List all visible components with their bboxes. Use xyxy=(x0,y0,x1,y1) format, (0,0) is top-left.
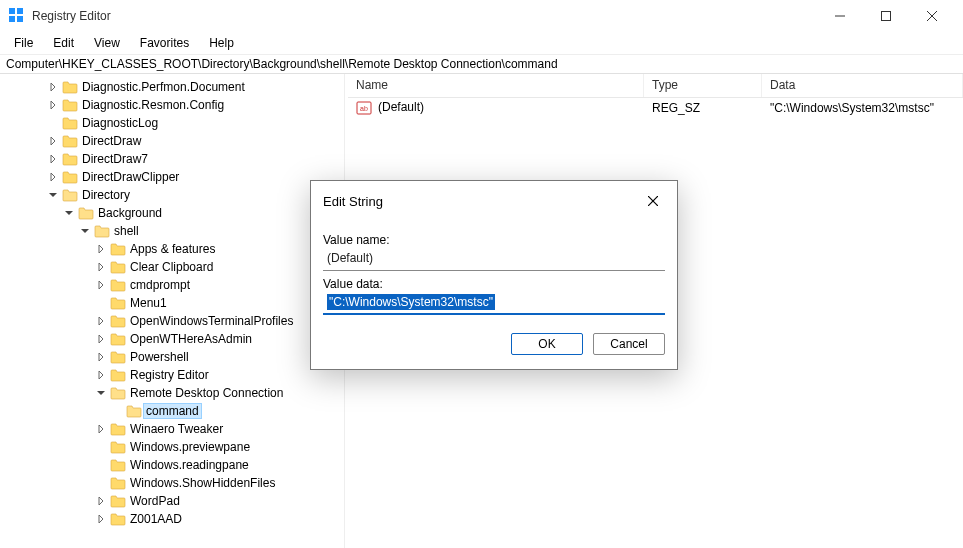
app-icon xyxy=(8,7,24,26)
tree-item[interactable]: Diagnostic.Resmon.Config xyxy=(0,96,344,114)
folder-icon xyxy=(110,440,126,454)
svg-rect-0 xyxy=(9,8,15,14)
tree-item[interactable]: Registry Editor xyxy=(0,366,344,384)
tree-item[interactable]: WordPad xyxy=(0,492,344,510)
tree-item-label: cmdprompt xyxy=(130,278,190,292)
ok-button[interactable]: OK xyxy=(511,333,583,355)
tree-item[interactable]: Winaero Tweaker xyxy=(0,420,344,438)
svg-text:ab: ab xyxy=(360,105,368,112)
menu-edit[interactable]: Edit xyxy=(45,34,82,52)
col-name[interactable]: Name xyxy=(348,74,644,97)
maximize-button[interactable] xyxy=(863,0,909,32)
tree-item[interactable]: Clear Clipboard xyxy=(0,258,344,276)
chevron-right-icon[interactable] xyxy=(94,332,108,346)
row-data: "C:\Windows\System32\mstsc" xyxy=(762,99,963,117)
tree-item[interactable]: Apps & features xyxy=(0,240,344,258)
tree-item-label: Registry Editor xyxy=(130,368,209,382)
tree-item[interactable]: Powershell xyxy=(0,348,344,366)
value-data-label: Value data: xyxy=(323,277,665,291)
tree-item[interactable]: Menu1 xyxy=(0,294,344,312)
folder-icon xyxy=(62,80,78,94)
tree-item[interactable]: Z001AAD xyxy=(0,510,344,528)
tree-item-label: Clear Clipboard xyxy=(130,260,213,274)
chevron-right-icon[interactable] xyxy=(46,80,60,94)
tree-item-label: WordPad xyxy=(130,494,180,508)
chevron-right-icon[interactable] xyxy=(46,152,60,166)
menu-bar: File Edit View Favorites Help xyxy=(0,32,963,54)
tree-item-label: DirectDraw7 xyxy=(82,152,148,166)
minimize-button[interactable] xyxy=(817,0,863,32)
folder-icon xyxy=(94,224,110,238)
folder-icon xyxy=(62,116,78,130)
chevron-right-icon[interactable] xyxy=(46,98,60,112)
close-button[interactable] xyxy=(909,0,955,32)
folder-icon xyxy=(110,332,126,346)
tree-item[interactable]: OpenWindowsTerminalProfiles xyxy=(0,312,344,330)
chevron-down-icon[interactable] xyxy=(94,386,108,400)
tree-item[interactable]: DiagnosticLog xyxy=(0,114,344,132)
tree-item[interactable]: command xyxy=(0,402,344,420)
tree-item[interactable]: cmdprompt xyxy=(0,276,344,294)
tree-item[interactable]: OpenWTHereAsAdmin xyxy=(0,330,344,348)
tree-view[interactable]: Diagnostic.Perfmon.DocumentDiagnostic.Re… xyxy=(0,74,344,548)
tree-item[interactable]: Background xyxy=(0,204,344,222)
window-title: Registry Editor xyxy=(32,9,817,23)
folder-icon xyxy=(126,404,142,418)
tree-item-label: Remote Desktop Connection xyxy=(130,386,283,400)
col-type[interactable]: Type xyxy=(644,74,762,97)
chevron-right-icon[interactable] xyxy=(94,512,108,526)
tree-item[interactable]: Windows.readingpane xyxy=(0,456,344,474)
chevron-down-icon[interactable] xyxy=(78,224,92,238)
tree-item-label: Windows.previewpane xyxy=(130,440,250,454)
tree-item[interactable]: Remote Desktop Connection xyxy=(0,384,344,402)
tree-item[interactable]: shell xyxy=(0,222,344,240)
tree-item[interactable]: DirectDrawClipper xyxy=(0,168,344,186)
tree-item[interactable]: DirectDraw7 xyxy=(0,150,344,168)
tree-item-label: command xyxy=(143,403,202,419)
chevron-right-icon[interactable] xyxy=(94,314,108,328)
cancel-button[interactable]: Cancel xyxy=(593,333,665,355)
folder-icon xyxy=(110,260,126,274)
folder-icon xyxy=(110,386,126,400)
chevron-right-icon[interactable] xyxy=(94,278,108,292)
tree-item[interactable]: DirectDraw xyxy=(0,132,344,150)
dialog-titlebar: Edit String xyxy=(311,181,677,221)
chevron-right-icon[interactable] xyxy=(94,422,108,436)
menu-help[interactable]: Help xyxy=(201,34,242,52)
folder-icon xyxy=(62,152,78,166)
svg-rect-5 xyxy=(882,12,891,21)
chevron-down-icon[interactable] xyxy=(46,188,60,202)
menu-favorites[interactable]: Favorites xyxy=(132,34,197,52)
list-row[interactable]: ab(Default)REG_SZ"C:\Windows\System32\ms… xyxy=(348,98,963,118)
chevron-down-icon[interactable] xyxy=(62,206,76,220)
folder-icon xyxy=(78,206,94,220)
dialog-close-button[interactable] xyxy=(641,189,665,213)
tree-item-label: Diagnostic.Resmon.Config xyxy=(82,98,224,112)
chevron-right-icon[interactable] xyxy=(94,260,108,274)
chevron-right-icon[interactable] xyxy=(46,170,60,184)
chevron-right-icon[interactable] xyxy=(94,350,108,364)
value-data-field[interactable]: "C:\Windows\System32\mstsc" xyxy=(323,293,665,315)
chevron-right-icon[interactable] xyxy=(94,368,108,382)
chevron-right-icon[interactable] xyxy=(46,134,60,148)
col-data[interactable]: Data xyxy=(762,74,963,97)
tree-item[interactable]: Diagnostic.Perfmon.Document xyxy=(0,78,344,96)
folder-icon xyxy=(110,494,126,508)
tree-item-label: Diagnostic.Perfmon.Document xyxy=(82,80,245,94)
address-bar[interactable]: Computer\HKEY_CLASSES_ROOT\Directory\Bac… xyxy=(0,54,963,74)
menu-file[interactable]: File xyxy=(6,34,41,52)
tree-item[interactable]: Windows.ShowHiddenFiles xyxy=(0,474,344,492)
tree-item-label: DirectDraw xyxy=(82,134,141,148)
chevron-right-icon[interactable] xyxy=(94,242,108,256)
chevron-right-icon[interactable] xyxy=(94,494,108,508)
folder-icon xyxy=(110,422,126,436)
tree-item[interactable]: Windows.previewpane xyxy=(0,438,344,456)
folder-icon xyxy=(110,278,126,292)
value-data-selection: "C:\Windows\System32\mstsc" xyxy=(327,294,495,310)
svg-rect-3 xyxy=(17,16,23,22)
menu-view[interactable]: View xyxy=(86,34,128,52)
row-type: REG_SZ xyxy=(644,99,762,117)
tree-item-label: Winaero Tweaker xyxy=(130,422,223,436)
value-name-field[interactable]: (Default) xyxy=(323,249,665,271)
tree-item[interactable]: Directory xyxy=(0,186,344,204)
